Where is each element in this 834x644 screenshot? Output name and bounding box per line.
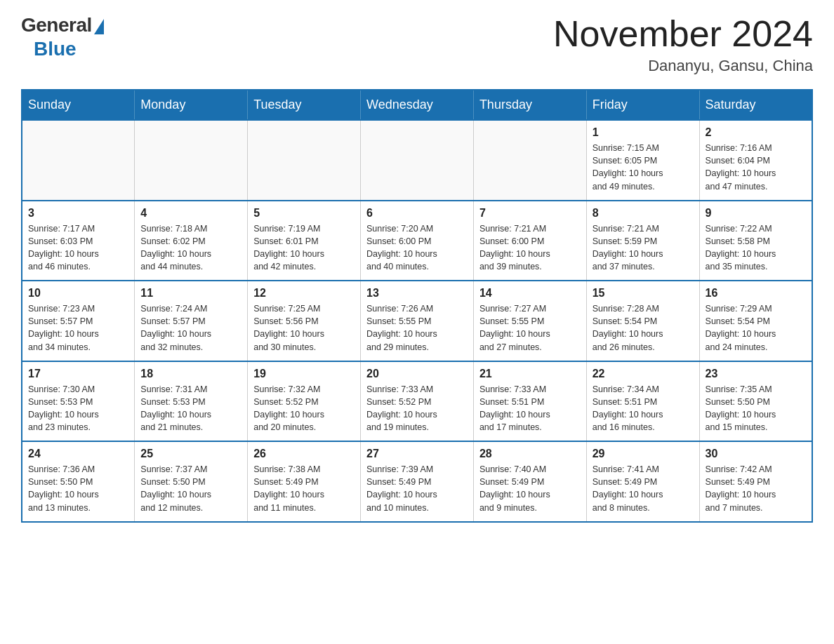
day-number: 24 (28, 448, 128, 460)
calendar-cell: 19Sunrise: 7:32 AM Sunset: 5:52 PM Dayli… (248, 361, 361, 442)
day-info: Sunrise: 7:36 AM Sunset: 5:50 PM Dayligh… (28, 463, 128, 514)
calendar-cell (135, 120, 248, 201)
calendar-cell: 11Sunrise: 7:24 AM Sunset: 5:57 PM Dayli… (135, 281, 248, 361)
day-number: 11 (140, 287, 241, 300)
calendar-cell: 20Sunrise: 7:33 AM Sunset: 5:52 PM Dayli… (361, 361, 474, 442)
day-info: Sunrise: 7:33 AM Sunset: 5:52 PM Dayligh… (366, 383, 468, 434)
day-info: Sunrise: 7:15 AM Sunset: 6:05 PM Dayligh… (593, 142, 694, 193)
calendar-cell: 16Sunrise: 7:29 AM Sunset: 5:54 PM Dayli… (699, 281, 812, 361)
calendar-cell: 5Sunrise: 7:19 AM Sunset: 6:01 PM Daylig… (248, 201, 361, 281)
calendar-cell: 1Sunrise: 7:15 AM Sunset: 6:05 PM Daylig… (586, 120, 699, 201)
calendar-cell (22, 120, 135, 201)
day-number: 23 (706, 368, 806, 380)
day-info: Sunrise: 7:29 AM Sunset: 5:54 PM Dayligh… (706, 302, 806, 354)
calendar-cell: 27Sunrise: 7:39 AM Sunset: 5:49 PM Dayli… (361, 441, 474, 522)
day-number: 29 (593, 448, 694, 460)
day-info: Sunrise: 7:32 AM Sunset: 5:52 PM Dayligh… (253, 383, 355, 434)
day-info: Sunrise: 7:33 AM Sunset: 5:51 PM Dayligh… (479, 383, 581, 434)
logo-triangle-icon (94, 19, 104, 34)
calendar-cell: 23Sunrise: 7:35 AM Sunset: 5:50 PM Dayli… (699, 361, 812, 442)
day-info: Sunrise: 7:23 AM Sunset: 5:57 PM Dayligh… (28, 302, 128, 354)
calendar-cell: 13Sunrise: 7:26 AM Sunset: 5:55 PM Dayli… (361, 281, 474, 361)
header: General Blue November 2024 Dananyu, Gans… (21, 14, 813, 75)
calendar-cell: 4Sunrise: 7:18 AM Sunset: 6:02 PM Daylig… (135, 201, 248, 281)
calendar-cell: 18Sunrise: 7:31 AM Sunset: 5:53 PM Dayli… (135, 361, 248, 442)
day-number: 8 (593, 207, 694, 220)
day-number: 13 (366, 287, 468, 300)
calendar-cell: 10Sunrise: 7:23 AM Sunset: 5:57 PM Dayli… (22, 281, 135, 361)
day-number: 21 (479, 368, 581, 380)
day-number: 10 (28, 287, 128, 300)
day-info: Sunrise: 7:21 AM Sunset: 5:59 PM Dayligh… (593, 222, 694, 274)
day-number: 28 (479, 448, 581, 460)
day-info: Sunrise: 7:20 AM Sunset: 6:00 PM Dayligh… (366, 222, 468, 274)
day-number: 17 (28, 368, 128, 380)
day-info: Sunrise: 7:18 AM Sunset: 6:02 PM Dayligh… (140, 222, 241, 274)
calendar-week-row: 1Sunrise: 7:15 AM Sunset: 6:05 PM Daylig… (22, 120, 812, 201)
day-number: 14 (479, 287, 581, 300)
day-number: 1 (593, 126, 694, 139)
calendar-cell: 7Sunrise: 7:21 AM Sunset: 6:00 PM Daylig… (473, 201, 586, 281)
weekday-header-sunday: Sunday (22, 90, 135, 120)
calendar-table: SundayMondayTuesdayWednesdayThursdayFrid… (21, 89, 813, 523)
weekday-header-monday: Monday (135, 90, 248, 120)
day-number: 7 (479, 207, 581, 220)
day-number: 19 (253, 368, 355, 380)
day-number: 15 (593, 287, 694, 300)
day-number: 9 (706, 207, 806, 220)
day-number: 6 (366, 207, 468, 220)
weekday-header-saturday: Saturday (699, 90, 812, 120)
day-info: Sunrise: 7:42 AM Sunset: 5:49 PM Dayligh… (706, 463, 806, 514)
day-info: Sunrise: 7:24 AM Sunset: 5:57 PM Dayligh… (140, 302, 241, 354)
calendar-cell: 24Sunrise: 7:36 AM Sunset: 5:50 PM Dayli… (22, 441, 135, 522)
calendar-cell: 2Sunrise: 7:16 AM Sunset: 6:04 PM Daylig… (699, 120, 812, 201)
day-info: Sunrise: 7:39 AM Sunset: 5:49 PM Dayligh… (366, 463, 468, 514)
calendar-cell (361, 120, 474, 201)
calendar-cell: 12Sunrise: 7:25 AM Sunset: 5:56 PM Dayli… (248, 281, 361, 361)
calendar-cell: 29Sunrise: 7:41 AM Sunset: 5:49 PM Dayli… (586, 441, 699, 522)
day-info: Sunrise: 7:25 AM Sunset: 5:56 PM Dayligh… (253, 302, 355, 354)
weekday-header-wednesday: Wednesday (361, 90, 474, 120)
day-info: Sunrise: 7:34 AM Sunset: 5:51 PM Dayligh… (593, 383, 694, 434)
day-number: 22 (593, 368, 694, 380)
day-number: 12 (253, 287, 355, 300)
calendar-cell: 3Sunrise: 7:17 AM Sunset: 6:03 PM Daylig… (22, 201, 135, 281)
day-info: Sunrise: 7:27 AM Sunset: 5:55 PM Dayligh… (479, 302, 581, 354)
day-info: Sunrise: 7:17 AM Sunset: 6:03 PM Dayligh… (28, 222, 128, 274)
logo-blue-text: Blue (34, 38, 77, 60)
day-number: 4 (140, 207, 241, 220)
day-info: Sunrise: 7:35 AM Sunset: 5:50 PM Dayligh… (706, 383, 806, 434)
logo: General Blue (21, 14, 104, 60)
location-subtitle: Dananyu, Gansu, China (553, 57, 813, 75)
month-year-title: November 2024 (553, 14, 813, 54)
logo-general-text: General (21, 14, 92, 36)
day-info: Sunrise: 7:40 AM Sunset: 5:49 PM Dayligh… (479, 463, 581, 514)
calendar-cell: 8Sunrise: 7:21 AM Sunset: 5:59 PM Daylig… (586, 201, 699, 281)
day-number: 5 (253, 207, 355, 220)
day-info: Sunrise: 7:30 AM Sunset: 5:53 PM Dayligh… (28, 383, 128, 434)
weekday-header-friday: Friday (586, 90, 699, 120)
calendar-cell: 21Sunrise: 7:33 AM Sunset: 5:51 PM Dayli… (473, 361, 586, 442)
weekday-header-thursday: Thursday (473, 90, 586, 120)
day-info: Sunrise: 7:41 AM Sunset: 5:49 PM Dayligh… (593, 463, 694, 514)
weekday-header-tuesday: Tuesday (248, 90, 361, 120)
day-info: Sunrise: 7:19 AM Sunset: 6:01 PM Dayligh… (253, 222, 355, 274)
calendar-cell: 9Sunrise: 7:22 AM Sunset: 5:58 PM Daylig… (699, 201, 812, 281)
calendar-cell: 25Sunrise: 7:37 AM Sunset: 5:50 PM Dayli… (135, 441, 248, 522)
day-number: 26 (253, 448, 355, 460)
day-number: 27 (366, 448, 468, 460)
day-number: 3 (28, 207, 128, 220)
calendar-cell: 30Sunrise: 7:42 AM Sunset: 5:49 PM Dayli… (699, 441, 812, 522)
calendar-cell: 26Sunrise: 7:38 AM Sunset: 5:49 PM Dayli… (248, 441, 361, 522)
day-number: 16 (706, 287, 806, 300)
day-info: Sunrise: 7:26 AM Sunset: 5:55 PM Dayligh… (366, 302, 468, 354)
day-info: Sunrise: 7:21 AM Sunset: 6:00 PM Dayligh… (479, 222, 581, 274)
day-number: 18 (140, 368, 241, 380)
weekday-header-row: SundayMondayTuesdayWednesdayThursdayFrid… (22, 90, 812, 120)
calendar-cell: 6Sunrise: 7:20 AM Sunset: 6:00 PM Daylig… (361, 201, 474, 281)
calendar-week-row: 17Sunrise: 7:30 AM Sunset: 5:53 PM Dayli… (22, 361, 812, 442)
calendar-week-row: 24Sunrise: 7:36 AM Sunset: 5:50 PM Dayli… (22, 441, 812, 522)
day-info: Sunrise: 7:22 AM Sunset: 5:58 PM Dayligh… (706, 222, 806, 274)
day-number: 25 (140, 448, 241, 460)
day-info: Sunrise: 7:31 AM Sunset: 5:53 PM Dayligh… (140, 383, 241, 434)
